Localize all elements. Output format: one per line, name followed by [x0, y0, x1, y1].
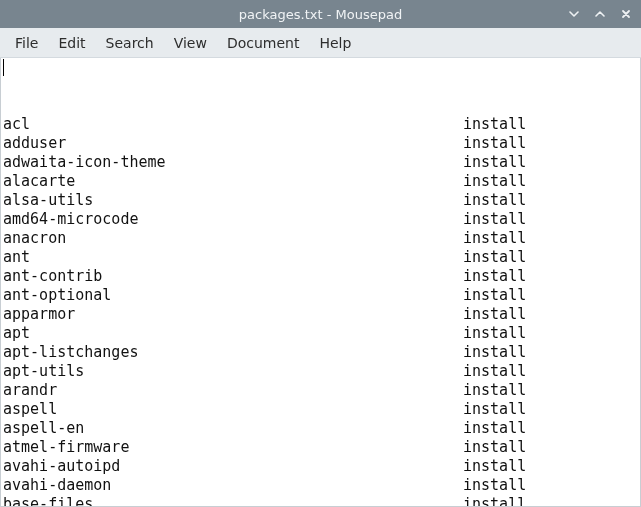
package-action: install	[463, 229, 526, 248]
package-action: install	[463, 191, 526, 210]
menu-help[interactable]: Help	[310, 31, 360, 55]
window-title: packages.txt - Mousepad	[0, 7, 641, 22]
package-action: install	[463, 476, 526, 495]
package-action: install	[463, 495, 526, 507]
package-name: base-files	[3, 495, 463, 507]
package-action: install	[463, 153, 526, 172]
editor-line[interactable]: atmel-firmwareinstall	[3, 438, 638, 457]
editor-line[interactable]: anacroninstall	[3, 229, 638, 248]
package-action: install	[463, 172, 526, 191]
package-name: ant	[3, 248, 463, 267]
editor-line[interactable]: aspell-eninstall	[3, 419, 638, 438]
package-action: install	[463, 419, 526, 438]
package-name: avahi-daemon	[3, 476, 463, 495]
package-name: ant-optional	[3, 286, 463, 305]
package-action: install	[463, 134, 526, 153]
editor-line[interactable]: adwaita-icon-themeinstall	[3, 153, 638, 172]
menu-view[interactable]: View	[165, 31, 216, 55]
editor-text-area[interactable]: aclinstalladduserinstalladwaita-icon-the…	[1, 58, 640, 507]
editor-line[interactable]: aclinstall	[3, 115, 638, 134]
editor-line[interactable]: base-filesinstall	[3, 495, 638, 507]
package-action: install	[463, 457, 526, 476]
package-name: avahi-autoipd	[3, 457, 463, 476]
editor-line[interactable]: ant-optionalinstall	[3, 286, 638, 305]
package-name: adwaita-icon-theme	[3, 153, 463, 172]
editor-line[interactable]: avahi-daemoninstall	[3, 476, 638, 495]
package-name: apt-utils	[3, 362, 463, 381]
package-action: install	[463, 115, 526, 134]
package-action: install	[463, 324, 526, 343]
package-name: aspell	[3, 400, 463, 419]
package-action: install	[463, 267, 526, 286]
menu-edit[interactable]: Edit	[49, 31, 94, 55]
package-name: arandr	[3, 381, 463, 400]
editor-line[interactable]: avahi-autoipdinstall	[3, 457, 638, 476]
editor-line[interactable]: apt-listchangesinstall	[3, 343, 638, 362]
editor-line[interactable]: apparmorinstall	[3, 305, 638, 324]
editor-line[interactable]: alsa-utilsinstall	[3, 191, 638, 210]
package-action: install	[463, 400, 526, 419]
package-action: install	[463, 362, 526, 381]
package-action: install	[463, 343, 526, 362]
package-name: aspell-en	[3, 419, 463, 438]
package-name: acl	[3, 115, 463, 134]
editor-line[interactable]: aspellinstall	[3, 400, 638, 419]
menu-document[interactable]: Document	[218, 31, 309, 55]
menu-bar: File Edit Search View Document Help	[0, 28, 641, 58]
package-name: alsa-utils	[3, 191, 463, 210]
package-action: install	[463, 305, 526, 324]
package-name: apt	[3, 324, 463, 343]
window-shade-icon[interactable]	[567, 7, 581, 21]
editor-line[interactable]: arandrinstall	[3, 381, 638, 400]
window-maximize-icon[interactable]	[593, 7, 607, 21]
editor-line[interactable]: ant-contribinstall	[3, 267, 638, 286]
menu-search[interactable]: Search	[97, 31, 163, 55]
menu-file[interactable]: File	[6, 31, 47, 55]
package-name: anacron	[3, 229, 463, 248]
editor-line[interactable]: apt-utilsinstall	[3, 362, 638, 381]
package-action: install	[463, 381, 526, 400]
package-action: install	[463, 286, 526, 305]
package-name: atmel-firmware	[3, 438, 463, 457]
package-name: alacarte	[3, 172, 463, 191]
package-name: amd64-microcode	[3, 210, 463, 229]
editor-line[interactable]: amd64-microcodeinstall	[3, 210, 638, 229]
package-action: install	[463, 210, 526, 229]
text-caret	[3, 59, 4, 76]
package-name: ant-contrib	[3, 267, 463, 286]
editor-line[interactable]: adduserinstall	[3, 134, 638, 153]
window-close-icon[interactable]	[619, 7, 633, 21]
editor-viewport[interactable]: aclinstalladduserinstalladwaita-icon-the…	[0, 58, 641, 507]
package-name: adduser	[3, 134, 463, 153]
window-titlebar: packages.txt - Mousepad	[0, 0, 641, 28]
editor-line[interactable]: antinstall	[3, 248, 638, 267]
package-action: install	[463, 248, 526, 267]
editor-line[interactable]: aptinstall	[3, 324, 638, 343]
package-action: install	[463, 438, 526, 457]
package-name: apparmor	[3, 305, 463, 324]
editor-line[interactable]: alacarteinstall	[3, 172, 638, 191]
window-controls	[567, 0, 633, 28]
package-name: apt-listchanges	[3, 343, 463, 362]
